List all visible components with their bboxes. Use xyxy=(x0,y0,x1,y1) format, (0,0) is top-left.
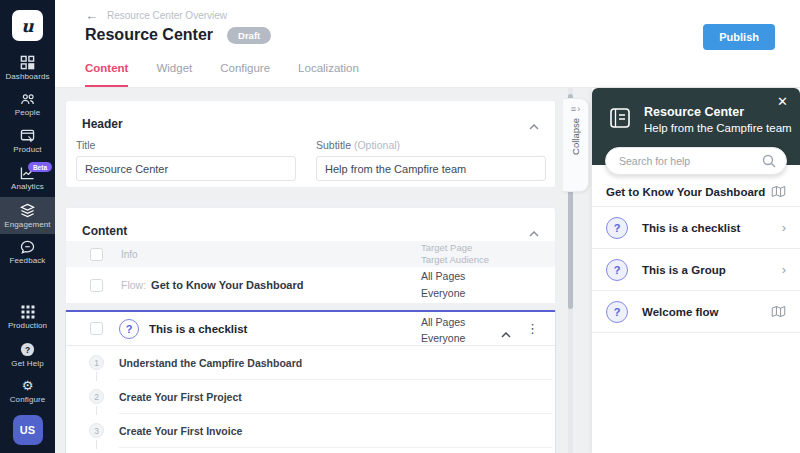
sidebar: u Dashboards People Product Beta Analyti… xyxy=(0,0,55,453)
collapse-preview-toggle[interactable]: ≡ › Collapse xyxy=(563,98,589,192)
header-section-title: Header xyxy=(82,117,123,131)
close-icon[interactable]: ✕ xyxy=(777,94,788,109)
row-checkbox[interactable] xyxy=(90,279,103,292)
checklist-name: This is a checklist xyxy=(149,323,247,335)
step-number-badge: 2 xyxy=(89,389,104,404)
collapse-glyphs: ≡ › xyxy=(571,104,580,114)
sidebar-item-dashboards[interactable]: Dashboards xyxy=(0,49,55,86)
table-row-flow[interactable]: Flow: Get to Know Your Dashboard All Pag… xyxy=(66,267,555,303)
preview-titles: Resource Center Help from the Campfire t… xyxy=(644,105,792,134)
sidebar-item-configure[interactable]: ⚙ Configure xyxy=(0,373,55,410)
sidebar-item-label: Dashboards xyxy=(5,72,49,81)
sidebar-item-production[interactable]: Production xyxy=(0,299,55,336)
checklist-item[interactable]: 1 Understand the Campfire Dashboard xyxy=(66,346,555,380)
content-section-card: Content Info Target Page Target Audience… xyxy=(65,207,556,302)
editor-area: Header Title Subtitle (Optional) Content… xyxy=(55,88,592,453)
subtitle-field-label: Subtitle (Optional) xyxy=(316,139,546,151)
checklist-item[interactable]: 3 Create Your First Invoice xyxy=(66,414,555,448)
tab-localization[interactable]: Localization xyxy=(298,62,359,87)
row-target: All Pages Everyone xyxy=(421,268,465,302)
sidebar-item-analytics[interactable]: Beta Analytics xyxy=(0,160,55,197)
select-all-checkbox[interactable] xyxy=(90,248,103,261)
list-item-label: This is a Group xyxy=(642,264,726,276)
svg-text:?: ? xyxy=(25,344,30,354)
breadcrumb[interactable]: ← Resource Center Overview xyxy=(85,10,227,21)
dashboards-icon xyxy=(20,55,35,70)
checklist-target-audience: Everyone xyxy=(421,332,465,344)
flow-type-label: Flow: xyxy=(121,279,146,291)
title-field-group: Title xyxy=(76,139,296,181)
checklist-item[interactable]: 2 Create Your First Project xyxy=(66,380,555,414)
tab-bar: Content Widget Configure Localization xyxy=(85,62,359,87)
tab-configure[interactable]: Configure xyxy=(220,62,270,87)
content-section-head: Content xyxy=(66,208,555,239)
row-checkbox[interactable] xyxy=(90,322,103,335)
chevron-right-icon: › xyxy=(782,220,786,235)
checklist-item-label: Create Your First Project xyxy=(119,380,242,414)
search-bar xyxy=(605,147,787,175)
list-item[interactable]: ? Welcome flow xyxy=(592,291,800,333)
list-item[interactable]: ? This is a checklist › xyxy=(592,207,800,249)
tab-widget[interactable]: Widget xyxy=(156,62,192,87)
chevron-right-icon: › xyxy=(782,262,786,277)
title-input[interactable] xyxy=(76,156,296,181)
question-circle-icon: ? xyxy=(606,217,628,239)
optional-hint: (Optional) xyxy=(354,139,400,151)
sidebar-item-label: Feedback xyxy=(10,256,46,265)
sidebar-item-product[interactable]: Product xyxy=(0,123,55,160)
list-item[interactable]: ? This is a Group › xyxy=(592,249,800,291)
resource-center-preview: ✕ Resource Center Help from the Campfire… xyxy=(592,88,800,453)
top-bar: ← Resource Center Overview Resource Cent… xyxy=(55,0,800,88)
row-target-page: All Pages xyxy=(421,270,465,282)
step-connector-line xyxy=(96,440,97,449)
collapse-label: Collapse xyxy=(570,118,581,155)
checklist-target: All Pages Everyone xyxy=(421,314,465,346)
column-target: Target Page Target Audience xyxy=(421,242,489,266)
search-icon[interactable] xyxy=(762,154,776,168)
beta-badge: Beta xyxy=(28,162,52,172)
list-item[interactable]: Get to Know Your Dashboard xyxy=(592,177,800,207)
checklist-card: ? This is a checklist All Pages Everyone… xyxy=(65,310,556,453)
question-circle-icon: ? xyxy=(606,259,628,281)
user-avatar[interactable]: US xyxy=(13,415,43,445)
publish-button[interactable]: Publish xyxy=(703,24,775,50)
subtitle-field-group: Subtitle (Optional) xyxy=(316,139,546,181)
sidebar-item-label: Analytics xyxy=(11,182,44,191)
chevron-up-icon[interactable] xyxy=(501,324,511,342)
app-logo[interactable]: u xyxy=(12,10,43,41)
question-circle-icon: ? xyxy=(606,301,628,323)
help-icon: ? xyxy=(20,342,35,357)
preview-title: Resource Center xyxy=(644,105,792,119)
production-icon xyxy=(21,305,35,319)
sidebar-item-feedback[interactable]: Feedback xyxy=(0,234,55,271)
chevron-up-icon[interactable] xyxy=(529,116,539,134)
subtitle-input[interactable] xyxy=(316,156,546,181)
map-icon xyxy=(771,305,786,318)
gear-icon: ⚙ xyxy=(22,379,34,393)
sidebar-item-get-help[interactable]: ? Get Help xyxy=(0,336,55,373)
breadcrumb-label: Resource Center Overview xyxy=(107,10,227,21)
feedback-icon xyxy=(20,240,35,254)
sidebar-item-label: People xyxy=(15,108,41,117)
header-section-head: Header xyxy=(66,101,555,132)
people-icon xyxy=(20,92,36,106)
product-icon xyxy=(20,129,35,143)
step-number-badge: 3 xyxy=(89,423,104,438)
sidebar-bottom: Production ? Get Help ⚙ Configure US xyxy=(0,299,55,453)
tab-content[interactable]: Content xyxy=(85,62,128,87)
list-item-label: Welcome flow xyxy=(642,306,718,318)
sidebar-item-people[interactable]: People xyxy=(0,86,55,123)
sidebar-item-engagement[interactable]: Engagement xyxy=(0,197,55,234)
search-input[interactable] xyxy=(606,155,762,167)
kebab-menu-icon[interactable]: ⋮ xyxy=(526,320,538,338)
checklist-item-label: Create Your First Invoice xyxy=(119,414,242,448)
list-item-label: This is a checklist xyxy=(642,222,740,234)
flow-name: Get to Know Your Dashboard xyxy=(151,279,303,291)
header-section-card: Header Title Subtitle (Optional) xyxy=(65,100,556,188)
status-badge: Draft xyxy=(227,27,271,44)
checklist-header-row[interactable]: ? This is a checklist All Pages Everyone… xyxy=(66,312,555,346)
back-arrow-icon[interactable]: ← xyxy=(85,11,98,21)
chevron-up-icon[interactable] xyxy=(529,223,539,241)
sidebar-item-label: Configure xyxy=(10,395,46,404)
title-row: Resource Center Draft xyxy=(85,26,271,44)
